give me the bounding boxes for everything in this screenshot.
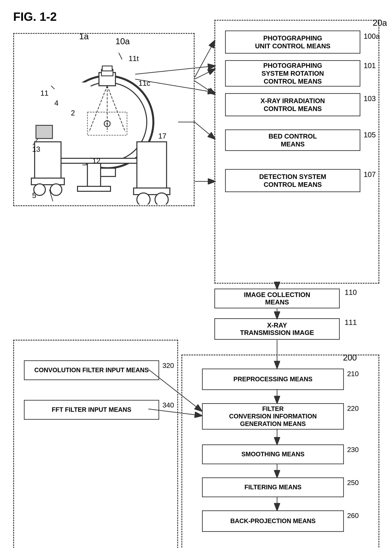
svg-rect-33 [61, 83, 91, 162]
fig-title: FIG. 1-2 [13, 10, 57, 23]
svg-rect-36 [102, 66, 112, 71]
convolution-filter-block: CONVOLUTION FILTER INPUT MEANS [24, 360, 159, 380]
svg-line-6 [195, 81, 214, 94]
num-101: 101 [364, 62, 376, 70]
svg-rect-47 [137, 142, 167, 188]
filter-conversion-block: FILTER CONVERSION INFORMATION GENERATION… [202, 403, 344, 430]
detection-system-block: DETECTION SYSTEM CONTROL MEANS [225, 169, 360, 192]
processing-group-box: PREPROCESSING MEANS 210 FILTER CONVERSIO… [182, 354, 379, 548]
num-107: 107 [364, 170, 376, 179]
label-17: 17 [158, 132, 166, 140]
num-220: 220 [347, 404, 359, 412]
label-5: 5 [32, 191, 36, 200]
label-13: 13 [32, 145, 40, 153]
svg-point-54 [50, 184, 62, 195]
system-rotation-block: PHOTOGRAPHING SYSTEM ROTATION CONTROL ME… [225, 60, 360, 87]
bed-control-block: BED CONTROL MEANS [225, 129, 360, 151]
label-11t: 11t [129, 55, 139, 63]
svg-point-50 [155, 193, 168, 204]
photographing-unit-block: PHOTOGRAPHING UNIT CONTROL MEANS [225, 30, 360, 54]
num-210: 210 [347, 370, 359, 378]
svg-line-4 [195, 41, 214, 77]
num-230: 230 [347, 446, 359, 454]
label-11: 11 [40, 89, 49, 97]
filter-inputs-box: CONVOLUTION FILTER INPUT MEANS 320 FFT F… [13, 340, 178, 548]
num-111: 111 [345, 318, 357, 326]
page: FIG. 1-2 1a 10a 20a PHOTOGRAPHING UNIT C… [0, 0, 392, 548]
image-collection-block: IMAGE COLLECTION MEANS [214, 289, 340, 308]
num-105: 105 [364, 131, 376, 139]
svg-point-49 [137, 193, 150, 204]
num-340: 340 [162, 401, 174, 409]
preprocessing-block: PREPROCESSING MEANS [202, 368, 344, 390]
svg-rect-42 [87, 163, 101, 186]
back-projection-block: BACK-PROJECTION MEANS [202, 510, 344, 532]
label-12: 12 [92, 157, 100, 165]
smoothing-block: SMOOTHING MEANS [202, 444, 344, 464]
label-2: 2 [71, 109, 75, 117]
filtering-block: FILTERING MEANS [202, 477, 344, 497]
svg-rect-43 [77, 186, 111, 191]
xray-transmission-block: X-RAY TRANSMISSION IMAGE [214, 318, 340, 340]
svg-line-7 [195, 122, 214, 139]
control-group-box: PHOTOGRAPHING UNIT CONTROL MEANS 100a PH… [214, 20, 379, 284]
svg-line-5 [195, 69, 214, 79]
num-100a: 100a [364, 32, 380, 40]
num-260: 260 [347, 512, 359, 520]
xray-irradiation-block: X-RAY IRRADIATION CONTROL MEANS [225, 93, 360, 116]
num-320: 320 [162, 362, 174, 370]
num-250: 250 [347, 479, 359, 487]
svg-rect-55 [36, 125, 52, 139]
label-4: 4 [54, 99, 58, 107]
svg-point-45 [106, 123, 108, 125]
num-110: 110 [345, 288, 357, 297]
label-11c: 11c [139, 79, 150, 87]
scanner-illustration [18, 43, 193, 204]
svg-rect-37 [99, 168, 115, 176]
svg-rect-52 [31, 178, 64, 185]
fft-filter-block: FFT FILTER INPUT MEANS [24, 400, 159, 420]
num-103: 103 [364, 95, 376, 103]
